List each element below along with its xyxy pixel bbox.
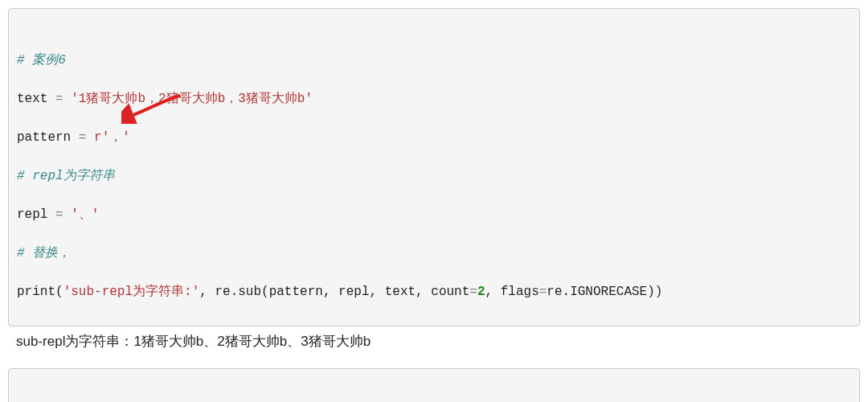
code-text: repl [17,207,55,222]
operator-equals: = [55,207,63,222]
string-literal: '、' [63,207,100,222]
operator-equals: = [469,285,477,299]
code-text: re.IGNORECASE)) [547,285,662,299]
code-text: text [17,92,55,106]
code-text: pattern [17,130,79,145]
comment-replace: # 替换， [17,246,71,260]
paren: ( [55,285,63,299]
number-literal: 2 [477,285,485,299]
output-case-6: sub-repl为字符串：1猪哥大帅b、2猪哥大帅b、3猪哥大帅b [8,326,860,360]
string-literal: '1猪哥大帅b，2猪哥大帅b，3猪哥大帅b' [63,92,313,106]
code-block-case-7: # 案例7 text = '1猪哥大帅b，2猪哥大帅b。3猪哥大帅b' patt… [8,368,860,403]
code-text: , flags [485,285,539,299]
code-block-case-6: # 案例6 text = '1猪哥大帅b，2猪哥大帅b，3猪哥大帅b' patt… [8,8,860,326]
comment-repl-string: # repl为字符串 [17,169,115,183]
comment-case-6: # 案例6 [17,53,66,68]
print-call: print [17,285,55,299]
string-literal: 'sub-repl为字符串:' [63,285,200,299]
code-text: , re.sub(pattern, repl, text, count [199,285,469,299]
operator-equals: = [79,130,87,145]
string-literal: r'，' [86,130,129,145]
operator-equals: = [55,92,63,106]
operator-equals: = [539,285,547,299]
